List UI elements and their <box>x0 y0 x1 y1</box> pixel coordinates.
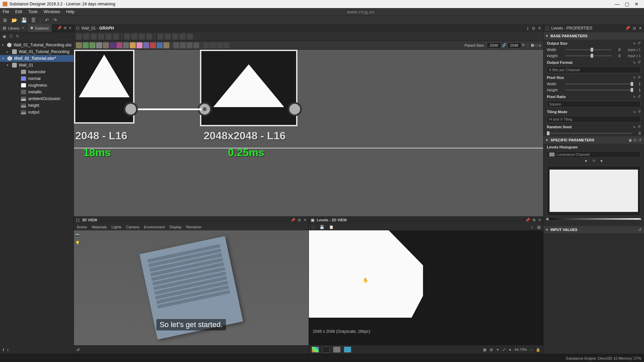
px-width-slider[interactable] <box>565 83 632 85</box>
open-icon[interactable]: 📂 <box>11 17 17 23</box>
tree-output-metallic[interactable]: metallic <box>0 89 74 95</box>
inherit-icon[interactable]: ↘ <box>633 94 636 99</box>
graph-canvas[interactable]: 2048 - L16 18ms 2048x2048 - L16 0.25ms <box>74 50 543 216</box>
fit-icon[interactable]: ⤢ <box>502 348 506 352</box>
marker-mid[interactable]: ▽ <box>593 159 595 163</box>
close-graph-icon[interactable]: ✕ <box>538 26 541 31</box>
wand-icon[interactable] <box>165 34 171 40</box>
marker-white[interactable]: ▼ <box>600 159 603 163</box>
expose-icon[interactable]: ▣ <box>629 138 632 142</box>
reset-icon[interactable]: ↺ <box>638 60 641 64</box>
node-btn-10[interactable] <box>136 42 143 48</box>
reset-icon[interactable]: ↺ <box>638 41 641 45</box>
popout-icon[interactable]: ⧉ <box>298 218 301 222</box>
align-h-icon[interactable] <box>124 34 130 40</box>
node-link[interactable] <box>138 108 202 110</box>
section-input-values[interactable]: ▾INPUT VALUES ↺ <box>544 226 644 233</box>
align-v-icon[interactable] <box>131 34 137 40</box>
shuffle-icon[interactable] <box>113 34 119 40</box>
menu-materials[interactable]: Materials <box>92 225 107 229</box>
node-btn-2[interactable] <box>83 42 89 48</box>
perf-icon-3[interactable]: ⎋ <box>539 43 541 47</box>
snapshot-icon[interactable] <box>91 34 97 40</box>
save-all-icon[interactable]: 🗄 <box>31 17 36 23</box>
close-icon[interactable]: ✕ <box>22 26 25 30</box>
tree-output-normal[interactable]: normal <box>0 75 74 82</box>
perf-icon-2[interactable]: ◌ <box>535 43 538 47</box>
pin-icon[interactable]: ⤓ <box>526 26 529 31</box>
node-output-port[interactable] <box>124 102 138 116</box>
tree-package-recording[interactable]: ▾Wall_01_Tutorial_Recording.sbs <box>0 42 74 48</box>
reset-icon[interactable]: ↺ <box>638 75 641 80</box>
popout-icon[interactable]: ⧉ <box>64 26 67 30</box>
node-btn-13[interactable] <box>157 42 163 48</box>
expose-icon[interactable] <box>187 34 193 40</box>
minimize-button[interactable]: — <box>615 1 619 7</box>
section-specific-params[interactable]: ▾SPECIFIC PARAMETERS ▣⎘↺ <box>544 136 644 144</box>
info-icon[interactable]: ℹ <box>3 348 4 352</box>
link-style-4[interactable] <box>223 42 229 48</box>
graph-icon[interactable]: ⬡ <box>9 34 13 39</box>
node-btn-11[interactable] <box>143 42 149 48</box>
seed-slider[interactable] <box>547 133 632 134</box>
menu-file[interactable]: File <box>3 9 9 14</box>
graph-node-right[interactable] <box>200 50 297 126</box>
channel-b[interactable] <box>344 347 351 353</box>
node-btn-8[interactable] <box>123 42 129 48</box>
menu-tools[interactable]: Tools <box>28 9 38 14</box>
inherit-icon[interactable]: ↘ <box>633 75 636 80</box>
tree-output-ao[interactable]: ambientOcclusion <box>0 95 74 102</box>
px-height-slider[interactable] <box>565 89 632 91</box>
parent-size-height[interactable]: 2048 <box>507 42 521 48</box>
menu-display[interactable]: Display <box>169 225 182 229</box>
histogram-output-range[interactable] <box>547 218 641 220</box>
marker-black[interactable]: ▼ <box>585 159 588 163</box>
copy-icon[interactable]: 📋 <box>329 225 334 229</box>
tree-graph-recording[interactable]: ▸Wall_01_Tutorial_Recording <box>0 48 74 55</box>
perf-icon-1[interactable]: ▦ <box>531 43 534 47</box>
preset-icon[interactable]: ⎘ <box>634 138 636 142</box>
link-style-1[interactable] <box>203 42 209 48</box>
node-btn-9[interactable] <box>130 42 136 48</box>
histogram-display[interactable] <box>547 166 641 216</box>
menu-environment[interactable]: Environment <box>144 225 165 229</box>
node-btn-7[interactable] <box>116 42 122 48</box>
node-btn-5[interactable] <box>103 42 109 48</box>
new-icon[interactable]: 🗎 <box>3 17 7 23</box>
tab-explorer[interactable]: ✱ Explorer <box>28 24 52 32</box>
node-btn-14[interactable] <box>163 42 169 48</box>
package-icon[interactable]: ▣ <box>3 34 6 39</box>
inherit-icon[interactable]: ↘ <box>633 60 636 64</box>
node-btn-6[interactable] <box>110 42 116 48</box>
section-base-params[interactable]: ▾BASE PARAMETERS <box>544 32 644 40</box>
reset-icon[interactable]: ↺ <box>638 109 641 114</box>
parent-size-width[interactable]: 2048 <box>487 42 501 48</box>
tree-output-roughness[interactable]: roughness <box>0 82 74 89</box>
display-btn-3[interactable] <box>187 42 193 48</box>
viewport-2d[interactable]: ✋ 2048 x 2048 (Grayscale, 16bpc) <box>309 230 544 345</box>
menu-lights[interactable]: Lights <box>112 225 121 229</box>
pin-icon[interactable]: 📌 <box>291 218 295 222</box>
search-icon[interactable] <box>106 34 112 40</box>
menu-help[interactable]: Help <box>66 9 75 14</box>
display-btn-1[interactable] <box>173 42 179 48</box>
maximize-button[interactable]: ▢ <box>625 1 629 7</box>
zoom-out-icon[interactable]: – <box>530 348 532 352</box>
lock-icon[interactable]: 🔒 <box>536 348 540 352</box>
pixel-ratio-select[interactable]: Square <box>547 101 641 107</box>
info-icon[interactable] <box>98 34 104 40</box>
actual-size-icon[interactable] <box>83 34 89 40</box>
link-style-2[interactable] <box>210 42 216 48</box>
reset-all-icon[interactable]: ↺ <box>638 138 641 142</box>
reset-icon[interactable]: ↺ <box>638 125 641 129</box>
tree-output-output[interactable]: output <box>0 109 74 116</box>
display-btn-2[interactable] <box>180 42 186 48</box>
histogram-icon[interactable]: ▥ <box>537 225 540 229</box>
info-icon[interactable]: 𝒊 <box>531 225 532 229</box>
tree-output-basecolor[interactable]: basecolor <box>0 69 74 75</box>
save-icon[interactable]: 💾 <box>21 17 27 23</box>
frame-icon[interactable] <box>179 34 186 40</box>
snap-icon[interactable] <box>146 34 152 40</box>
viewport-3d[interactable]: 📷 💡 So let's get started. <box>74 230 309 345</box>
grid-icon[interactable]: ▦ <box>483 348 486 352</box>
